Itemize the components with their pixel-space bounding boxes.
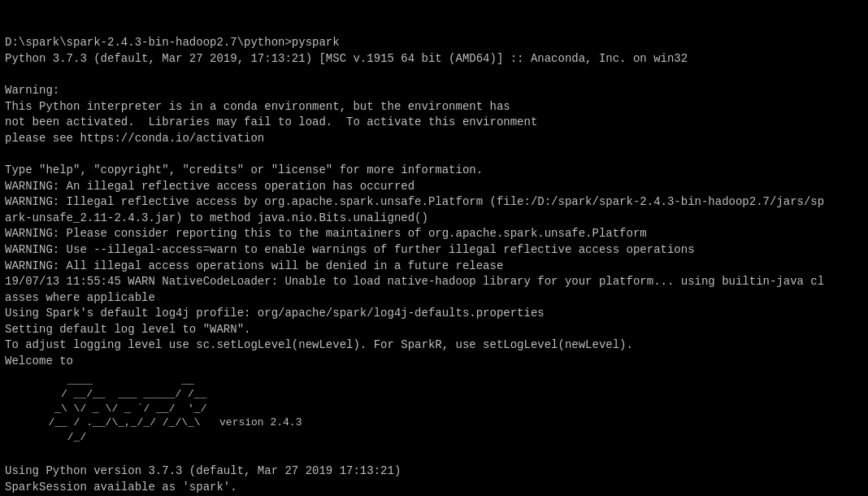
terminal-line: Welcome to bbox=[5, 354, 863, 370]
terminal-line: D:\spark\spark-2.4.3-bin-hadoop2.7\pytho… bbox=[5, 35, 863, 51]
terminal-line: Using Python version 3.7.3 (default, Mar… bbox=[5, 463, 863, 480]
terminal-line: WARNING: An illegal reflective access op… bbox=[5, 179, 863, 195]
terminal-line bbox=[5, 67, 863, 83]
terminal-line: WARNING: Illegal reflective access by or… bbox=[5, 194, 863, 211]
spark-logo-line: /__ / .__/\_,_/_/ /_/\_\ version 2.4.3 bbox=[29, 416, 863, 430]
spark-logo-line: / __/__ ___ _____/ /__ bbox=[29, 387, 863, 402]
terminal-line: 19/07/13 11:55:45 WARN NativeCodeLoader:… bbox=[5, 274, 863, 290]
terminal-line: This Python interpreter is in a conda en… bbox=[5, 99, 863, 115]
spark-logo: ____ __ / __/__ ___ _____/ /__ _\ \/ _ \… bbox=[29, 373, 863, 445]
spark-logo-line: _\ \/ _ \/ _ `/ __/ '_/ bbox=[29, 402, 863, 416]
terminal-line bbox=[5, 447, 863, 463]
spark-logo-line: /_/ bbox=[29, 430, 863, 445]
terminal-line: Using Spark's default log4j profile: org… bbox=[5, 306, 863, 322]
terminal-line: WARNING: All illegal access operations w… bbox=[5, 259, 863, 275]
terminal-line bbox=[5, 146, 863, 163]
terminal-line: Type "help", "copyright", "credits" or "… bbox=[5, 163, 863, 179]
terminal-line: WARNING: Please consider reporting this … bbox=[5, 226, 863, 242]
terminal-line: SparkSession available as 'spark'. bbox=[5, 480, 863, 496]
terminal-line: Setting default log level to "WARN". bbox=[5, 322, 863, 338]
terminal[interactable]: D:\spark\spark-2.4.3-bin-hadoop2.7\pytho… bbox=[0, 0, 868, 496]
terminal-line: WARNING: Use --illegal-access=warn to en… bbox=[5, 242, 863, 259]
terminal-line: Python 3.7.3 (default, Mar 27 2019, 17:1… bbox=[5, 51, 863, 67]
terminal-line: ark-unsafe_2.11-2.4.3.jar) to method jav… bbox=[5, 211, 863, 227]
terminal-line: asses where applicable bbox=[5, 290, 863, 307]
terminal-line: not been activated. Libraries may fail t… bbox=[5, 115, 863, 131]
terminal-line: Warning: bbox=[5, 83, 863, 99]
terminal-line: To adjust logging level use sc.setLogLev… bbox=[5, 337, 863, 354]
spark-logo-line: ____ __ bbox=[29, 373, 863, 388]
terminal-line: please see https://conda.io/activation bbox=[5, 131, 863, 147]
